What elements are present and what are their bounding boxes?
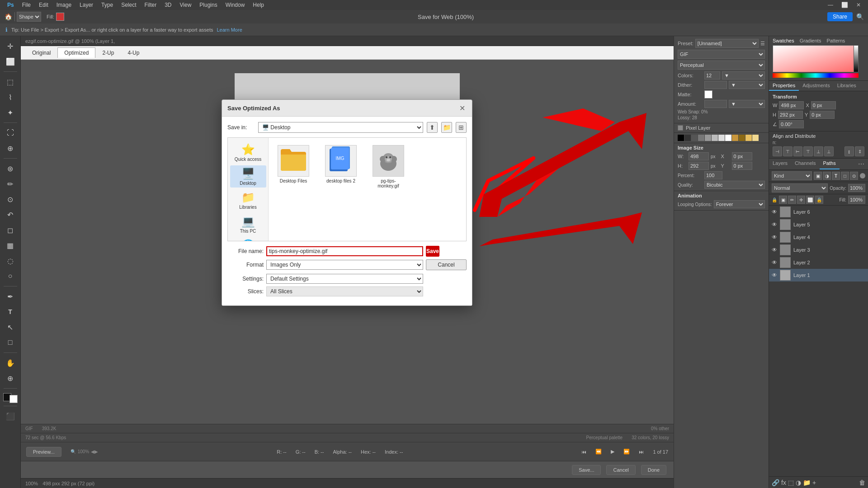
path-selection-tool[interactable]: ↖ [3,320,18,334]
screen-mode-btn[interactable]: ⬛ [3,409,18,423]
dialog-cancel-button[interactable]: Cancel [426,259,467,270]
shape-select[interactable]: Shape [17,12,41,22]
frame-prev[interactable]: ⏪ [595,449,602,455]
layer-item[interactable]: 👁 Layer 3 [769,244,868,256]
layer-item[interactable]: 👁 Layer 2 [769,256,868,269]
tab-optimized[interactable]: Optimized [57,47,95,58]
settings-select[interactable]: Default Settings [266,274,423,284]
save-button-main[interactable]: Save... [572,465,601,475]
layer-filter-type[interactable]: T [832,172,840,180]
menu-view[interactable]: View [176,1,195,9]
desktop-sidebar-item[interactable]: 🖥️ Desktop [230,165,266,188]
lock-image-btn[interactable]: ✏ [788,196,796,204]
brush-tool[interactable]: ✏ [3,177,18,191]
file-item-desktop-files2[interactable]: IMG desktop files 2 [321,142,361,186]
history-brush[interactable]: ↶ [3,207,18,222]
done-button[interactable]: Done [641,465,666,475]
lasso-tool[interactable]: ⌇ [3,90,18,104]
frame-play[interactable]: ▶ [611,449,614,455]
hue-slider[interactable] [773,73,859,78]
quick-access-item[interactable]: ⭐ Quick access [230,141,266,164]
amount-input[interactable] [704,100,727,108]
layer-filter-shape[interactable]: □ [841,172,849,180]
x-input[interactable] [732,152,752,160]
layer-eye-icon[interactable]: 👁 [772,234,777,240]
dialog-close-button[interactable]: ✕ [458,103,467,113]
tab-paths[interactable]: Paths [820,159,840,169]
search-icon[interactable]: 🔍 [855,12,864,21]
colors-dropdown[interactable]: ▼ [722,71,765,80]
blend-mode-select[interactable]: Normal [772,183,828,192]
layer-item[interactable]: 👁 Layer 1 [769,269,868,282]
type-tool[interactable]: T [3,305,18,319]
patterns-tab[interactable]: Patterns [826,38,845,43]
menu-edit[interactable]: Edit [35,1,52,9]
add-mask-icon[interactable]: ⬚ [788,479,794,486]
align-center-v-btn[interactable]: ⊥ [814,146,823,156]
artboard-tool[interactable]: ⬜ [3,54,18,69]
lock-position-btn[interactable]: ✛ [797,196,805,204]
add-effect-icon[interactable]: fx [781,479,786,486]
align-left-btn[interactable]: ⊣ [773,146,782,156]
nav-up-button[interactable]: ⬆ [427,122,438,133]
cancel-button-main[interactable]: Cancel [606,465,635,475]
preset-select[interactable]: [Unnamed] [695,39,759,48]
tab-adjustments[interactable]: Adjustments [799,81,834,91]
move-tool[interactable]: ✛ [3,39,18,53]
width-input[interactable] [689,152,709,160]
amount-select[interactable]: ▼ [729,100,765,108]
healing-tool[interactable]: ⊛ [3,161,18,176]
add-layer-icon[interactable]: + [812,479,816,486]
kind-select[interactable]: Kind [772,171,812,180]
tab-2up[interactable]: 2-Up [95,47,121,58]
file-item-desktop-files[interactable]: Desktop Files [273,142,314,186]
shape-tool[interactable]: □ [3,335,18,350]
align-bottom-btn[interactable]: ⊥ [824,146,834,156]
layer-eye-icon[interactable]: 👁 [772,272,777,278]
crop-tool[interactable]: ⛶ [3,126,18,140]
format-select-sfw[interactable]: GIF [678,50,765,59]
matte-color[interactable] [704,90,712,99]
lock-all-btn[interactable]: 🔒 [815,196,823,204]
preset-menu-icon[interactable]: ☰ [760,41,765,47]
layer-eye-icon[interactable]: 👁 [772,209,777,215]
x-transform-input[interactable] [811,101,836,109]
pen-tool[interactable]: ✒ [3,289,18,304]
frame-next[interactable]: ⏩ [623,449,630,455]
menu-layer[interactable]: Layer [76,1,97,9]
add-adjustment-icon[interactable]: ◑ [796,479,801,486]
h-transform-input[interactable] [778,111,803,119]
zoom-tool[interactable]: ⊕ [3,371,18,385]
close-btn[interactable]: ✕ [853,1,864,9]
menu-type[interactable]: Type [98,1,117,9]
y-transform-input[interactable] [810,111,835,119]
hand-tool[interactable]: ✋ [3,356,18,370]
thispc-sidebar-item[interactable]: 💻 This PC [230,213,266,235]
libraries-sidebar-item[interactable]: 📁 Libraries [230,189,266,211]
dither-input[interactable] [704,81,727,89]
layer-item[interactable]: 👁 Layer 5 [769,218,868,231]
colors-input[interactable] [704,71,720,80]
perceptual-select[interactable]: Perceptual [678,61,765,70]
menu-select[interactable]: Select [118,1,140,9]
share-button[interactable]: Share [827,12,853,21]
lock-artboard-btn[interactable]: ⬜ [806,196,814,204]
dodge-tool[interactable]: ○ [3,269,18,283]
new-folder-button[interactable]: 📁 [441,122,452,133]
menu-window[interactable]: Window [222,1,249,9]
maximize-btn[interactable]: ⬜ [838,1,852,9]
save-in-select[interactable]: 🖥️ Desktop [258,122,423,133]
blur-tool[interactable]: ◌ [3,253,18,268]
layer-filter-adj[interactable]: ◑ [823,172,831,180]
color-picker-area[interactable] [773,45,859,72]
angle-input[interactable] [779,120,804,128]
layer-eye-icon[interactable]: 👁 [772,221,777,228]
layer-item[interactable]: 👁 Layer 6 [769,206,868,218]
layer-filter-pixel[interactable]: ▣ [814,172,822,180]
learn-more-button[interactable]: Learn More [217,27,242,33]
layer-filter-toggle[interactable] [860,173,865,178]
network-sidebar-item[interactable]: 🌐 Network [230,237,266,241]
eyedropper-tool[interactable]: ⊕ [3,141,18,155]
align-center-h-btn[interactable]: ⊤ [783,146,793,156]
file-name-input[interactable] [266,246,423,256]
